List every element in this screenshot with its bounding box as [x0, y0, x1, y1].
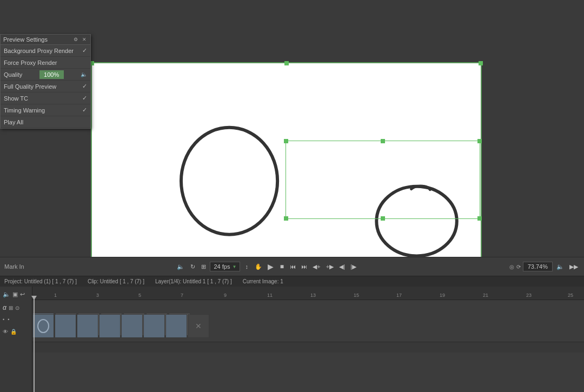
ruler-mark-23: 23 — [526, 293, 532, 298]
more-btn[interactable]: ▶▶ — [568, 262, 580, 271]
thumbnail-row: ✕ — [32, 312, 584, 340]
full-quality-preview-label: Full Quality Preview — [4, 83, 56, 90]
thumb-3[interactable] — [77, 314, 98, 338]
layer-status: Layer(1/4): Untitled 1 [ 1 , 7 (7) ] — [155, 278, 232, 284]
status-bar: Project: Untitled (1) [ 1 , 7 (7) ] Clip… — [0, 276, 584, 287]
dot1: • — [3, 317, 4, 322]
prev-key-btn[interactable]: ◀| — [337, 262, 347, 271]
timeline-ruler: 1 3 5 7 9 11 13 15 17 19 21 23 25 — [32, 287, 584, 300]
background-proxy-render-row[interactable]: Background Proxy Render ✓ — [1, 45, 90, 57]
dot2: • — [8, 317, 9, 322]
layer-icons-row: 👁 🔒 — [0, 328, 32, 336]
clip-status: Clip: Untitled [ 1 , 7 (7) ] — [88, 278, 144, 284]
view-icon: ◎ — [509, 264, 514, 270]
play-all-label: Play All — [4, 119, 23, 125]
preview-settings-panel: Preview Settings ⚙ ✕ Background Proxy Re… — [0, 34, 91, 129]
thumb-7[interactable] — [165, 314, 187, 338]
audio-icon[interactable]: 🔈 — [3, 291, 10, 298]
background-proxy-render-label: Background Proxy Render — [4, 48, 74, 54]
onion-icon[interactable]: ▣ — [12, 291, 18, 298]
svg-point-0 — [181, 128, 277, 235]
preview-settings-title: Preview Settings — [3, 36, 48, 43]
arrow-tool-btn[interactable]: ↕ — [242, 262, 251, 271]
quality-row: Quality 🔈 — [1, 69, 90, 81]
loop-icon[interactable]: ↩ — [20, 291, 25, 298]
hand-tool-btn[interactable]: ✋ — [253, 262, 264, 271]
canvas-container — [91, 62, 482, 276]
lock-icon[interactable]: 🔒 — [10, 329, 17, 335]
ruler-mark-9: 9 — [224, 293, 227, 298]
ruler-mark-17: 17 — [396, 293, 402, 298]
ruler-mark-11: 11 — [267, 293, 273, 298]
ruler-mark-1: 1 — [54, 293, 57, 298]
ruler-mark-25: 25 — [568, 293, 573, 298]
timeline-controls-row-1: 🔈 ▣ ↩ — [0, 287, 32, 302]
speaker-btn[interactable]: 🔈 — [175, 262, 186, 271]
circle-icon[interactable]: ⊙ — [15, 305, 19, 311]
show-tc-label: Show TC — [4, 95, 28, 102]
ruler-mark-15: 15 — [354, 293, 359, 298]
ruler-mark-21: 21 — [483, 293, 488, 298]
settings-icon[interactable]: ⚙ — [72, 36, 79, 43]
force-proxy-render-row[interactable]: Force Proxy Render — [1, 57, 90, 69]
stop-btn[interactable]: ■ — [277, 262, 286, 271]
fps-arrow: ▼ — [232, 264, 236, 269]
row-controls: • • — [0, 316, 32, 323]
show-tc-row[interactable]: Show TC ✓ — [1, 92, 90, 104]
header-icons: ⚙ ✕ — [72, 36, 88, 43]
next-frame-btn[interactable]: +▶ — [324, 262, 335, 271]
timing-warning-label: Timing Warning — [4, 107, 45, 114]
timeline-area: 🔈 ▣ ↩ α ⊞ ⊙ • • 👁 🔒 1 3 5 7 — [0, 287, 584, 392]
playhead[interactable] — [34, 298, 35, 392]
thumb-1[interactable] — [32, 314, 54, 338]
show-tc-check: ✓ — [82, 95, 87, 102]
quality-speaker-icon: 🔈 — [81, 71, 87, 77]
fps-label: 24 fps — [214, 263, 230, 270]
svg-point-1 — [376, 187, 456, 256]
quality-input[interactable] — [39, 70, 64, 79]
eye-icon[interactable]: 👁 — [3, 329, 8, 335]
ruler-mark-13: 13 — [310, 293, 316, 298]
full-quality-preview-check: ✓ — [82, 83, 87, 90]
drawing-svg — [92, 63, 481, 275]
next-key-btn[interactable]: |▶ — [349, 262, 358, 271]
thumb-6[interactable] — [143, 314, 165, 338]
thumb-2[interactable] — [55, 314, 76, 338]
project-status: Project: Untitled (1) [ 1 , 7 (7) ] — [4, 278, 77, 284]
force-proxy-render-label: Force Proxy Render — [4, 59, 57, 66]
ruler-mark-5: 5 — [138, 293, 141, 298]
timing-warning-row[interactable]: Timing Warning ✓ — [1, 104, 90, 116]
lower-timeline-row — [32, 342, 584, 353]
capture-btn[interactable]: ⊞ — [199, 262, 208, 271]
thumb-4[interactable] — [99, 314, 121, 338]
loop-btn[interactable]: ↻ — [188, 262, 197, 271]
transport-bar: Mark In 🔈 ↻ ⊞ 24 fps ▼ ↕ ✋ ▶ ■ ⏮ ⏭ ◀+ +▶… — [0, 257, 584, 276]
outer-handle-tm — [284, 61, 289, 65]
alpha-row: α ⊞ ⊙ — [0, 302, 32, 314]
thumb-5[interactable] — [121, 314, 143, 338]
ruler-mark-7: 7 — [181, 293, 183, 298]
play-all-row[interactable]: Play All — [1, 116, 90, 128]
full-quality-preview-row[interactable]: Full Quality Preview ✓ — [1, 81, 90, 92]
zoom-display[interactable]: 73.74% — [523, 262, 553, 271]
current-image-status: Current Image: 1 — [243, 278, 283, 284]
grid-icon[interactable]: ⊞ — [9, 305, 13, 311]
timeline-left: 🔈 ▣ ↩ α ⊞ ⊙ • • 👁 🔒 — [0, 287, 32, 392]
rotate-icon: ⟳ — [516, 264, 521, 270]
quality-label: Quality — [4, 71, 22, 78]
background-proxy-render-check: ✓ — [82, 47, 87, 54]
ruler-mark-3: 3 — [96, 293, 99, 298]
ruler-mark-19: 19 — [440, 293, 445, 298]
close-icon[interactable]: ✕ — [81, 36, 88, 43]
thumb-empty: ✕ — [188, 314, 209, 338]
play-btn[interactable]: ▶ — [266, 261, 275, 272]
top-bar — [0, 0, 584, 35]
skip-to-start-btn[interactable]: ⏮ — [288, 262, 297, 271]
preview-settings-header: Preview Settings ⚙ ✕ — [1, 35, 90, 45]
outer-handle-tr — [479, 61, 483, 65]
audio-btn[interactable]: 🔈 — [555, 262, 566, 271]
prev-frame-btn[interactable]: ◀+ — [311, 262, 322, 271]
mark-in-label: Mark In — [4, 263, 24, 270]
skip-to-end-btn[interactable]: ⏭ — [300, 262, 309, 271]
svg-point-2 — [38, 320, 49, 333]
